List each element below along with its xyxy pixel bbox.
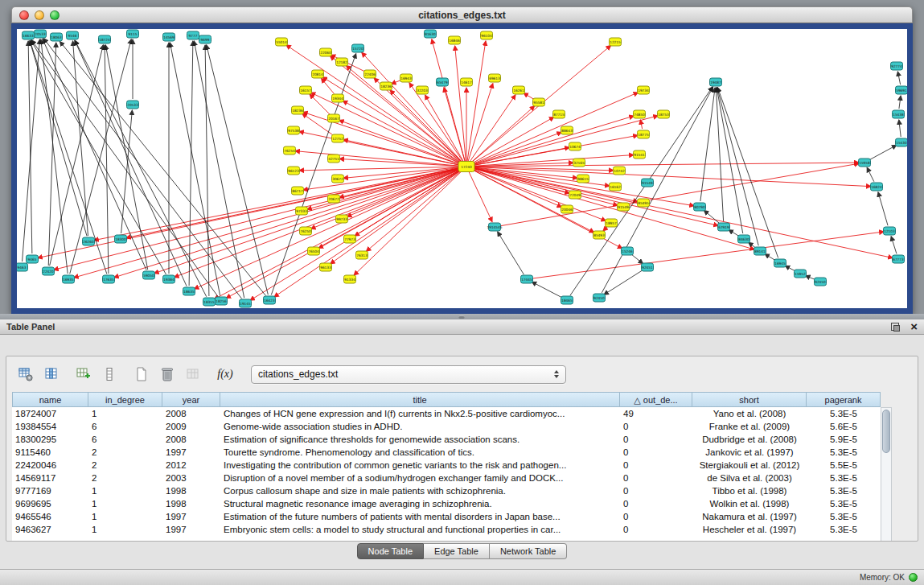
graph-edge[interactable] [189,41,193,286]
graph-node[interactable]: 95581 [533,98,545,106]
table-cell[interactable]: 0 [620,446,692,459]
graph-node[interactable]: 9463 [17,263,28,271]
graph-edge[interactable] [891,237,897,254]
graph-edge[interactable] [31,40,218,297]
graph-edge[interactable] [640,120,642,129]
graph-node[interactable]: 18236 [292,106,304,114]
graph-node[interactable]: 16935 [63,275,75,283]
table-cell[interactable]: 9777169 [12,484,88,497]
graph-node[interactable]: 91549 [642,179,654,187]
graph-node[interactable]: 42751 [328,154,340,163]
table-cell[interactable]: 5.5E-5 [807,459,881,472]
table-cell[interactable]: 0 [620,459,692,472]
table-cell[interactable]: Genome-wide association studies in ADHD. [220,420,620,433]
graph-node[interactable]: 17240 [458,162,474,172]
table-cell[interactable]: 6 [88,433,162,446]
graph-edge[interactable] [154,168,462,273]
table-row[interactable]: 2242004622012Investigating the contribut… [12,459,881,472]
graph-node[interactable]: 84630 [738,235,750,243]
table-cell[interactable]: 22420046 [12,459,88,472]
graph-node[interactable]: 9546 [67,31,79,39]
graph-edge[interactable] [704,210,719,223]
graph-node[interactable]: 76504 [308,247,320,255]
graph-node[interactable]: 97538 [288,126,300,134]
graph-node[interactable]: 92451 [642,263,654,271]
graph-node[interactable]: 86717 [292,187,304,195]
table-cell[interactable]: 1 [88,523,162,536]
graph-node[interactable]: 9777 [187,31,199,39]
graph-node[interactable]: 85495 [638,199,650,207]
table-cell[interactable]: 1997 [162,523,220,536]
table-row[interactable]: 946362711997Embryonic stem cells: a mode… [12,523,881,536]
table-cell[interactable]: 5.3E-5 [807,510,881,523]
graph-edge[interactable] [765,254,775,261]
graph-edge[interactable] [286,45,462,163]
graph-node[interactable]: 18355 [203,298,216,306]
graph-node[interactable]: 72049 [569,191,581,199]
graph-node[interactable]: 85493 [593,231,606,239]
graph-edge[interactable] [603,227,607,231]
graph-node[interactable]: 55014 [276,38,288,46]
graph-edge[interactable] [30,41,107,274]
graph-node[interactable]: 10674 [569,142,581,150]
table-cell[interactable]: 0 [620,472,692,484]
graph-edge[interactable] [295,151,461,167]
graph-node[interactable]: 88643 [561,126,573,134]
new-column-icon[interactable] [72,363,95,385]
graph-edge[interactable] [899,96,901,109]
table-cell[interactable]: 0 [620,497,692,510]
graph-node[interactable]: 16261 [513,86,525,94]
table-cell[interactable]: Estimation of significance thresholds fo… [220,433,620,446]
graph-node[interactable]: 16824 [871,183,883,191]
vertical-scrollbar[interactable] [881,407,892,542]
column-header-out_de[interactable]: △ out_de... [620,392,692,407]
graph-node[interactable]: 15438 [893,110,905,118]
graph-edge[interactable] [362,52,463,163]
table-cell[interactable]: Corpus callosum shape and size in male p… [220,484,620,497]
graph-node[interactable]: 12103 [884,227,896,235]
graph-node[interactable]: 15246 [622,247,634,255]
column-header-short[interactable]: short [692,392,807,407]
graph-edge[interactable] [869,145,897,159]
graph-node[interactable]: 87715 [553,110,565,118]
graph-edge[interactable] [469,171,492,221]
graph-node[interactable]: 17635 [103,275,115,283]
table-cell[interactable]: Dudbridge et al. (2008) [692,433,807,446]
table-cell[interactable]: Hescheler et al. (1997) [692,523,807,536]
table-row[interactable]: 969969511998Structural magnetic resonanc… [12,497,881,510]
graph-edge[interactable] [805,276,815,280]
table-cell[interactable]: 2 [88,459,162,472]
graph-node[interactable]: 16846 [449,36,461,44]
graph-node[interactable]: 19734 [638,86,650,94]
graph-node[interactable]: 17445 [521,275,533,283]
table-cell[interactable]: 14569117 [12,472,88,484]
graph-node[interactable]: 96133 [320,263,332,271]
graph-edge[interactable] [60,41,265,295]
graph-edge[interactable] [899,120,901,137]
graph-node[interactable]: 20533 [127,101,139,109]
graph-node[interactable]: 16943 [400,74,413,82]
graph-edge[interactable] [30,41,87,237]
table-cell[interactable]: Tibbo et al. (1998) [692,484,807,497]
graph-node[interactable]: 19487 [710,78,722,86]
table-selector-dropdown[interactable]: citations_edges.txt [251,365,566,384]
table-cell[interactable]: 5.6E-5 [807,420,881,433]
graph-node[interactable]: 18236 [380,82,392,90]
graph-node[interactable]: 91334 [344,275,356,283]
column-header-in_degree[interactable]: in_degree [88,392,162,407]
table-settings-icon[interactable] [14,363,37,385]
graph-edge[interactable] [366,171,462,252]
graph-node[interactable]: 91549 [618,203,630,211]
graph-edge[interactable] [391,80,400,84]
table-cell[interactable]: 5.3E-5 [807,484,881,497]
graph-edge[interactable] [54,168,461,270]
graph-node[interactable]: 32203 [417,86,429,94]
graph-edge[interactable] [729,230,739,237]
graph-node[interactable]: 80790 [694,203,706,211]
graph-node[interactable]: 69613 [489,74,501,82]
graph-edge[interactable] [472,116,658,165]
graph-node[interactable]: 14617 [461,78,473,86]
table-row[interactable]: 1872400712008Changes of HCN gene express… [12,407,881,420]
table-cell[interactable]: Embryonic stem cells: a model to study s… [220,523,620,536]
network-window-titlebar[interactable]: citations_edges.txt [11,6,913,23]
